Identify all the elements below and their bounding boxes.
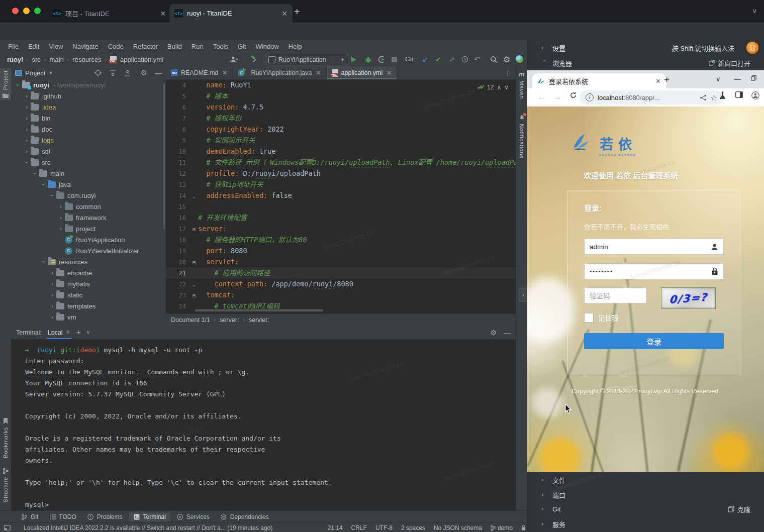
chevron-expanded-icon[interactable]: › <box>23 159 31 165</box>
terminal-output[interactable]: → ruoyi git:(demo) mysql -h mysql -u roo… <box>11 340 516 510</box>
embedded-bookmark-star-icon[interactable]: ☆ <box>710 93 717 102</box>
password-input[interactable]: •••••••• <box>584 263 724 279</box>
stripe-tab-structure[interactable]: Structure <box>0 468 11 502</box>
new-terminal-icon[interactable]: + <box>76 328 81 337</box>
status-line-separator[interactable]: CRLF <box>351 524 367 531</box>
stripe-tab-bookmarks[interactable]: Bookmarks <box>0 418 11 458</box>
username-input[interactable]: admin <box>584 239 724 255</box>
stripe-tab-notifications[interactable]: Notifications <box>516 114 527 158</box>
chevron-collapsed-icon[interactable]: › <box>23 126 31 132</box>
tree-item-mybatis[interactable]: ›mybatis <box>11 278 166 289</box>
tree-item-resources[interactable]: ›resources <box>11 256 166 267</box>
tree-item-RuoYiApplication[interactable]: CRuoYiApplication <box>11 234 166 245</box>
menu-item-build[interactable]: Build <box>167 43 182 50</box>
breadcrumb-file[interactable]: application.yml <box>120 56 163 63</box>
settings-gear-icon[interactable]: ⚙ <box>503 54 510 64</box>
status-message[interactable]: Localized IntelliJ IDEA 2022.2.2 is avai… <box>24 524 272 531</box>
history-icon[interactable] <box>461 54 468 64</box>
tab-search-caret-icon[interactable]: ∨ <box>752 7 757 15</box>
chevron-expanded-icon[interactable]: › <box>40 181 48 187</box>
tree-item-ehcache[interactable]: ›ehcache <box>11 267 166 278</box>
login-button[interactable]: 登录 <box>584 333 724 349</box>
breadcrumb-item[interactable]: ruoyi <box>7 56 23 63</box>
tree-item-bin[interactable]: ›bin <box>11 113 166 124</box>
embedded-tab-list-icon[interactable]: ∨ <box>716 75 721 83</box>
chevron-collapsed-icon[interactable]: › <box>23 104 31 110</box>
breadcrumb-item[interactable]: src <box>32 56 40 63</box>
menu-item-code[interactable]: Code <box>108 43 124 50</box>
chevron-down-icon[interactable]: ▼ <box>48 70 53 75</box>
run-with-coverage-button[interactable] <box>378 54 386 64</box>
close-icon[interactable]: ✕ <box>66 329 70 336</box>
section-文件[interactable]: ›文件 <box>527 472 764 487</box>
code-with-me-icon[interactable] <box>516 55 523 63</box>
menu-item-help[interactable]: Help <box>289 43 302 50</box>
traffic-close-button[interactable] <box>12 8 19 14</box>
page-info-icon[interactable]: i <box>586 93 594 101</box>
editor-tab-READMEmd[interactable]: MDREADME.md✕ <box>166 66 233 79</box>
embedded-forward-icon[interactable]: → <box>553 91 561 102</box>
tree-item-static[interactable]: ›static <box>11 289 166 300</box>
git-update-icon[interactable]: ↙ <box>422 54 428 64</box>
embedded-profile-icon[interactable] <box>751 91 759 99</box>
browser-tab[interactable]: <t>ruoyi - TitanIDE✕ <box>169 4 293 23</box>
embedded-flask-icon[interactable] <box>719 91 726 99</box>
toolwindow-button-todo[interactable]: TODO <box>45 512 80 521</box>
chevron-collapsed-icon[interactable]: › <box>48 281 56 287</box>
expand-all-icon[interactable] <box>110 70 116 76</box>
browser-tab[interactable]: <t>项目 - TitanIDE✕ <box>48 4 171 23</box>
toolwindow-button-dependencies[interactable]: Dependencies <box>217 512 273 521</box>
chevron-expanded-icon[interactable]: › <box>31 170 39 176</box>
editor-tab-RuoYiApplicationjava[interactable]: CRuoYiApplication.java✕ <box>233 66 326 79</box>
section-Git[interactable]: ›Git克隆 <box>527 501 764 516</box>
embedded-browser-tab[interactable]: 登录若依系统 ✕ <box>532 73 666 88</box>
chevron-expanded-icon[interactable]: › <box>48 192 56 198</box>
git-push-icon[interactable]: ↗ <box>449 54 455 64</box>
menu-item-file[interactable]: File <box>8 43 19 50</box>
tree-item-src[interactable]: ›src <box>11 157 166 168</box>
embedded-back-icon[interactable]: ← <box>537 91 545 102</box>
project-panel-title[interactable]: Project <box>25 69 45 77</box>
embedded-minimize-icon[interactable]: — <box>734 75 741 83</box>
close-icon[interactable]: ✕ <box>316 69 321 76</box>
tree-item-common[interactable]: ›common <box>11 201 166 212</box>
remember-checkbox[interactable] <box>584 313 594 323</box>
panel-settings-gear-icon[interactable]: ⚙ <box>141 68 147 77</box>
captcha-image[interactable]: 0/3=? <box>661 287 716 309</box>
tool-windows-icon[interactable] <box>4 525 11 530</box>
tree-item-idea[interactable]: ›.idea <box>11 101 166 113</box>
tree-item-logs[interactable]: ›logs <box>11 135 166 146</box>
chevron-collapsed-icon[interactable]: › <box>48 303 56 309</box>
chevron-collapsed-icon[interactable]: › <box>48 270 56 276</box>
terminal-minimize-icon[interactable]: — <box>504 329 511 337</box>
terminal-settings-gear-icon[interactable]: ⚙ <box>490 329 497 337</box>
section-settings[interactable]: › 设置 按 Shift 键切换输入法 演 <box>527 40 764 55</box>
embedded-side-panel-icon[interactable] <box>735 91 743 98</box>
hide-panel-icon[interactable]: — <box>155 69 162 77</box>
tree-item-project[interactable]: ›project <box>11 223 166 234</box>
tree-item-doc[interactable]: ›doc <box>11 124 166 135</box>
menu-item-refactor[interactable]: Refactor <box>133 43 158 50</box>
chevron-collapsed-icon[interactable]: › <box>57 203 65 209</box>
user-account-icon[interactable] <box>230 54 238 64</box>
yaml-breadcrumb-item[interactable]: servlet: <box>249 316 269 324</box>
git-commit-icon[interactable]: ✔ <box>435 54 441 64</box>
embedded-new-tab-button[interactable]: + <box>664 74 670 85</box>
tree-item-github[interactable]: ›.github <box>11 90 166 101</box>
run-configuration-select[interactable]: RuoYiApplication ▼ <box>265 54 348 65</box>
yaml-breadcrumb-item[interactable]: Document 1/1 <box>171 316 210 324</box>
chevron-expanded-icon[interactable]: › <box>14 82 22 88</box>
chevron-collapsed-icon[interactable]: › <box>23 137 31 143</box>
tree-item-templates[interactable]: ›templates <box>11 300 166 311</box>
demo-badge[interactable]: 演 <box>746 42 758 54</box>
close-icon[interactable]: ✕ <box>222 69 227 76</box>
chevron-expanded-icon[interactable]: › <box>40 259 48 265</box>
code-area[interactable]: 4 name: RuoYi5 # 版本6 version: 4.7.57 # 版… <box>166 79 516 312</box>
chevron-collapsed-icon[interactable]: › <box>57 215 65 221</box>
close-icon[interactable]: ✕ <box>160 10 166 18</box>
tree-item-framework[interactable]: ›framework <box>11 212 166 223</box>
toolwindow-button-problems[interactable]: Problems <box>83 512 127 521</box>
project-scrollbar[interactable] <box>163 83 165 229</box>
fold-marker-icon[interactable]: ⊟ <box>190 290 198 300</box>
toolwindow-button-terminal[interactable]: Terminal <box>129 512 169 521</box>
